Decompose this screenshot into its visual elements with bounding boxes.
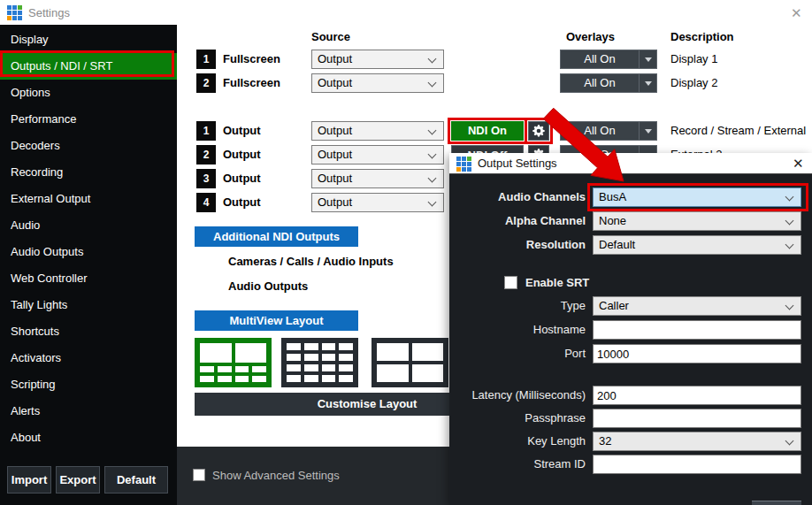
output-3-label: Output	[223, 169, 261, 188]
sidebar-item-shortcuts[interactable]: Shortcuts	[0, 318, 177, 345]
passphrase-label: Passphrase	[364, 409, 586, 428]
sidebar-item-about[interactable]: About	[0, 425, 177, 451]
chevron-down-icon	[785, 437, 794, 446]
enable-srt-checkbox[interactable]	[504, 276, 517, 289]
overlays-value: All On	[561, 50, 639, 68]
window-title: Settings	[28, 6, 70, 19]
output-1-settings-gear-button[interactable]	[528, 121, 549, 141]
fullscreen-2-source-dropdown[interactable]: Output	[311, 73, 444, 93]
sidebar-item-external-output[interactable]: External Output	[0, 186, 177, 212]
vmix-logo-icon	[456, 157, 471, 172]
chevron-down-icon	[428, 150, 437, 159]
fullscreen-1-label: Fullscreen	[223, 50, 280, 69]
column-header-overlays: Overlays	[566, 30, 615, 43]
overlays-value: All On	[561, 74, 639, 92]
show-advanced-settings-label: Show Advanced Settings	[212, 469, 340, 482]
output-4-number: 4	[196, 193, 216, 212]
sidebar-item-scripting[interactable]: Scripting	[0, 371, 177, 398]
multiview-layout-button[interactable]: MultiView Layout	[195, 310, 358, 331]
srt-type-value: Caller	[599, 299, 629, 312]
sidebar-item-outputs-ndi-srt[interactable]: Outputs / NDI / SRT	[0, 53, 177, 80]
vmix-settings-window: Settings ✕ Display Outputs / NDI / SRT O…	[0, 0, 812, 505]
output-2-label: Output	[223, 145, 261, 165]
sidebar-item-display[interactable]: Display	[0, 27, 177, 53]
output-3-number: 3	[196, 169, 216, 188]
resolution-dropdown[interactable]: Default	[593, 235, 801, 255]
audio-channels-label: Audio Channels	[364, 187, 586, 207]
alpha-channel-value: None	[599, 214, 626, 227]
passphrase-input[interactable]	[593, 409, 801, 428]
sidebar-item-recording[interactable]: Recording	[0, 159, 177, 186]
vmix-logo-icon	[7, 5, 22, 20]
stream-id-input[interactable]	[593, 455, 801, 474]
fullscreen-2-overlays-button[interactable]: All On	[560, 73, 657, 93]
window-close-icon[interactable]: ✕	[791, 5, 802, 21]
chevron-down-icon	[785, 241, 794, 249]
dropdown-arrow-icon[interactable]	[639, 74, 656, 92]
resolution-label: Resolution	[364, 235, 586, 255]
output-1-ndi-toggle-button[interactable]: NDI On	[451, 121, 524, 141]
sidebar-item-web-controller[interactable]: Web Controller	[0, 265, 177, 292]
dialog-title: Output Settings	[478, 157, 557, 170]
chevron-down-icon	[785, 217, 794, 226]
import-button[interactable]: Import	[7, 466, 51, 494]
output-settings-dialog: Output Settings ✕ Audio Channels BusA Al…	[449, 153, 812, 505]
audio-channels-dropdown[interactable]: BusA	[593, 187, 801, 207]
column-header-source: Source	[311, 30, 350, 43]
dialog-close-icon[interactable]: ✕	[793, 156, 804, 172]
latency-input[interactable]	[593, 386, 801, 405]
gear-icon	[532, 124, 546, 138]
sidebar-item-decoders[interactable]: Decoders	[0, 133, 177, 159]
chevron-down-icon	[785, 193, 794, 202]
hostname-label: Hostname	[364, 320, 586, 340]
fullscreen-1-overlays-button[interactable]: All On	[560, 50, 657, 69]
sidebar-item-options[interactable]: Options	[0, 80, 177, 106]
sidebar-item-tally-lights[interactable]: Tally Lights	[0, 292, 177, 318]
multiview-thumbnail-selected[interactable]	[195, 338, 272, 387]
fullscreen-2-description: Display 2	[670, 73, 717, 93]
sidebar-item-alerts[interactable]: Alerts	[0, 398, 177, 425]
show-advanced-settings-checkbox[interactable]	[193, 469, 205, 481]
fullscreen-1-source-dropdown[interactable]: Output	[311, 50, 444, 69]
latency-label: Latency (Milliseconds)	[364, 386, 586, 405]
fullscreen-1-description: Display 1	[670, 50, 717, 69]
srt-type-label: Type	[364, 296, 586, 316]
chevron-down-icon	[428, 79, 437, 88]
audio-outputs-label[interactable]: Audio Outputs	[228, 279, 308, 293]
sidebar-item-audio-outputs[interactable]: Audio Outputs	[0, 239, 177, 265]
default-button[interactable]: Default	[104, 466, 168, 494]
output-2-source-value: Output	[318, 148, 352, 161]
dialog-ok-button-clipped[interactable]	[752, 501, 801, 505]
key-length-dropdown[interactable]: 32	[593, 432, 801, 451]
cameras-calls-audio-inputs-label[interactable]: Cameras / Calls / Audio Inputs	[228, 255, 394, 268]
title-bar: Settings ✕	[0, 0, 812, 25]
additional-ndi-outputs-button[interactable]: Additional NDI Outputs	[195, 226, 358, 247]
output-1-source-dropdown[interactable]: Output	[311, 121, 444, 141]
dropdown-arrow-icon[interactable]	[639, 50, 656, 68]
fullscreen-1-number: 1	[196, 50, 216, 69]
output-3-source-dropdown[interactable]: Output	[311, 169, 444, 188]
port-label: Port	[364, 344, 586, 363]
fullscreen-2-label: Fullscreen	[223, 73, 280, 93]
resolution-value: Default	[599, 238, 635, 251]
srt-type-dropdown[interactable]: Caller	[593, 296, 801, 316]
sidebar-item-audio[interactable]: Audio	[0, 212, 177, 239]
output-4-label: Output	[223, 193, 261, 212]
dropdown-arrow-icon[interactable]	[639, 122, 656, 140]
port-input[interactable]	[593, 344, 801, 363]
output-2-source-dropdown[interactable]: Output	[311, 145, 444, 165]
overlays-value: All On	[561, 122, 639, 140]
multiview-thumbnail-grid[interactable]	[281, 338, 358, 387]
output-4-source-value: Output	[318, 195, 352, 209]
output-1-overlays-button[interactable]: All On	[560, 121, 657, 141]
sidebar-item-performance[interactable]: Performance	[0, 106, 177, 133]
output-1-description: Record / Stream / External	[670, 121, 806, 141]
sidebar-item-activators[interactable]: Activators	[0, 345, 177, 371]
chevron-down-icon	[785, 302, 794, 310]
alpha-channel-dropdown[interactable]: None	[593, 211, 801, 231]
output-1-source-value: Output	[318, 124, 352, 137]
dialog-title-bar: Output Settings ✕	[449, 153, 812, 174]
hostname-input[interactable]	[593, 320, 801, 340]
export-button[interactable]: Export	[56, 466, 100, 494]
settings-sidebar: Display Outputs / NDI / SRT Options Perf…	[0, 25, 177, 505]
